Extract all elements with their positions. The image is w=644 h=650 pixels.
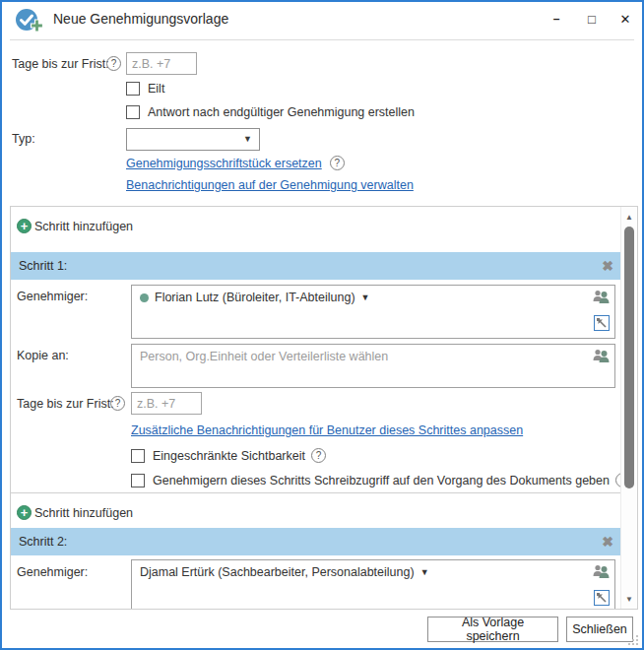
add-step-button[interactable]: + Schritt hinzufügen [17,219,133,233]
step1-header: Schritt 1: ✖ [11,252,621,280]
step1-header-label: Schritt 1: [19,259,602,273]
step-separator [11,492,621,493]
close-icon[interactable]: ✕ [611,5,640,32]
title-bar: Neue Genehmigungsvorlage – □ ✕ [2,2,642,38]
deadline-label: Tage bis zur Frist: [12,57,109,71]
steps-content: + Schritt hinzufügen Schritt 1: ✖ Genehm… [11,207,621,609]
add-step-label: Schritt hinzufügen [34,220,133,233]
step1-deadline-label: Tage bis zur Frist: [17,397,114,411]
approval-template-icon [15,8,44,33]
manage-notifications-link[interactable]: Benachrichtigungen auf der Genehmigung v… [126,178,414,192]
step1-approver-label: Genehmiger: [17,290,88,303]
deadline-input[interactable] [126,52,197,75]
urgent-checkbox[interactable] [126,82,140,96]
step1-copy-field[interactable]: Person, Org.Einheit oder Verteilerliste … [131,344,615,388]
save-as-template-button[interactable]: Als Vorlage speichern [427,617,558,642]
step1-write-access-checkbox[interactable] [131,474,145,488]
step1-remove-icon[interactable]: ✖ [602,258,613,274]
open-details-icon[interactable] [594,590,610,606]
select-person-icon[interactable] [592,349,610,367]
step1-approver-name: Florian Lutz (Büroleiter, IT-Abteilung) [155,291,355,304]
step1-restricted-visibility-label: Eingeschränkte Sichtbarkeit [153,449,305,463]
steps-scroll-region: + Schritt hinzufügen Schritt 1: ✖ Genehm… [10,206,638,610]
reply-checkbox[interactable] [126,105,140,119]
step1-approver-field[interactable]: Florian Lutz (Büroleiter, IT-Abteilung) … [131,285,615,339]
deadline-help-icon[interactable]: ? [106,56,121,71]
scroll-down-icon[interactable]: ▼ [621,591,637,607]
chevron-down-icon: ▼ [243,135,252,144]
replace-document-link[interactable]: Genehmigungsschriftstück ersetzen [126,157,322,170]
open-details-icon[interactable] [594,315,610,331]
select-person-icon[interactable] [592,290,610,308]
chevron-down-icon: ▼ [420,567,429,577]
select-person-icon[interactable] [592,564,610,583]
minimize-icon[interactable]: – [542,5,571,32]
urgent-label: Eilt [148,82,164,96]
type-select[interactable]: ▼ [126,128,260,151]
resize-grip[interactable] [628,635,638,645]
step1-deadline-input[interactable] [131,392,202,415]
add-step-button[interactable]: + Schritt hinzufügen [17,505,133,520]
step1-copy-placeholder: Person, Org.Einheit oder Verteilerliste … [140,350,388,363]
step2-header-label: Schritt 2: [19,535,602,549]
add-plus-icon: + [17,505,32,520]
window-title: Neue Genehmigungsvorlage [53,11,228,27]
type-label: Typ: [12,132,35,146]
presence-dot-icon [140,293,149,302]
step1-deadline-help-icon[interactable]: ? [110,396,125,411]
step1-write-access-label: Genehmigern dieses Schritts Schreibzugri… [153,474,610,488]
add-plus-icon: + [17,219,32,233]
new-approval-template-dialog: Neue Genehmigungsvorlage – □ ✕ Tage bis … [0,0,644,650]
step2-approver-entry[interactable]: Djamal Ertürk (Sachbearbeiter, Personala… [140,565,429,579]
vertical-scrollbar[interactable]: ▲ ▼ [620,207,637,609]
close-button[interactable]: Schließen [566,617,633,642]
scroll-up-icon[interactable]: ▲ [621,209,637,225]
step2-remove-icon[interactable]: ✖ [602,534,613,550]
scrollbar-thumb[interactable] [624,227,634,488]
step2-approver-field[interactable]: Djamal Ertürk (Sachbearbeiter, Personala… [131,559,615,609]
chevron-down-icon: ▼ [361,292,370,302]
step2-header: Schritt 2: ✖ [11,528,621,555]
replace-document-help-icon[interactable]: ? [330,156,345,170]
step1-restricted-visibility-checkbox[interactable] [131,449,145,463]
step2-approver-label: Genehmiger: [17,565,88,579]
step1-extra-notifications-link[interactable]: Zusätzliche Benachrichtigungen für Benut… [131,423,523,437]
step2-approver-name: Djamal Ertürk (Sachbearbeiter, Personala… [140,565,415,579]
step1-copy-label: Kopie an: [17,349,69,362]
add-step-label: Schritt hinzufügen [34,506,133,520]
reply-label: Antwort nach endgültiger Genehmigung ers… [148,105,415,119]
maximize-icon[interactable]: □ [577,5,607,32]
titlebar-separator [10,39,634,40]
step1-approver-entry[interactable]: Florian Lutz (Büroleiter, IT-Abteilung) … [140,291,370,304]
step1-restricted-visibility-help-icon[interactable]: ? [311,448,326,463]
